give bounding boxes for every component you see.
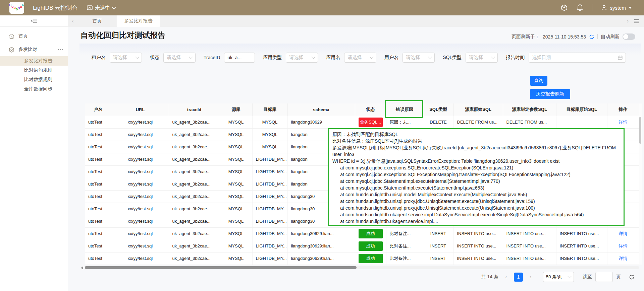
sidebar-item-home[interactable]: 首页 xyxy=(0,29,68,43)
filter-group: 用户名请选择 xyxy=(384,53,435,63)
chevron-down-icon xyxy=(428,55,432,59)
query-button[interactable]: 查询 xyxy=(530,76,547,86)
cell-text: uk_agent_3b2cae... xyxy=(172,256,211,261)
cell-text: xx/yy/test.sql xyxy=(128,194,153,199)
cell-text: liangdong30629:lian... xyxy=(291,231,334,236)
column-header[interactable]: 户名 xyxy=(85,103,112,116)
cell-text: utoTest xyxy=(88,231,102,236)
history-report-refresh-button[interactable]: 历史报告刷新 xyxy=(530,89,570,99)
tab-0[interactable]: 首页 xyxy=(77,15,117,27)
tab-bar: ‹ 首页多发比对报告 › xyxy=(68,15,644,27)
filter-select[interactable]: 请选择 xyxy=(344,53,376,63)
filter-select[interactable]: 请选择 xyxy=(286,53,318,63)
cell-text: utoTest xyxy=(88,132,102,137)
next-page-icon[interactable]: › xyxy=(526,273,535,281)
cell-text: utoTest xyxy=(88,219,102,224)
column-header[interactable]: 目标库原始SQL xyxy=(556,103,607,116)
column-header[interactable]: URL xyxy=(112,103,169,116)
cell-dst: LIGHTDB_MY... xyxy=(252,203,287,215)
filter-select[interactable]: 请选择 xyxy=(163,53,196,63)
cell-src: MYSQL xyxy=(220,165,252,178)
column-header[interactable]: 源库绑定参数SQL xyxy=(503,103,556,116)
more-dots-icon[interactable] xyxy=(58,49,63,50)
refresh-icon[interactable] xyxy=(589,34,594,40)
column-header[interactable]: 操作 xyxy=(607,103,639,116)
cell-text: MYSQL xyxy=(228,169,244,174)
sidebar-subitem-1[interactable]: 比对语句规则 xyxy=(0,66,68,75)
cell-text: INSERT INTO use... xyxy=(457,243,496,248)
auto-refresh-label: 自动刷新 xyxy=(601,34,620,40)
pagination: 共 14 条 ‹ 1 › 50 条/页 跳至 页 xyxy=(481,272,635,282)
tabs-scroll-left-icon[interactable]: ‹ xyxy=(68,15,77,27)
traceid-input[interactable] xyxy=(224,53,255,63)
sidebar-subitem-3[interactable]: 全库数据同步 xyxy=(0,84,68,94)
column-header[interactable]: 目标库 xyxy=(252,103,287,116)
auto-refresh-toggle[interactable] xyxy=(623,33,635,40)
jump-to-page-input[interactable] xyxy=(595,272,613,282)
total-count: 共 14 条 xyxy=(481,274,498,280)
filter-select[interactable]: 请选择 xyxy=(402,53,435,63)
filter-select[interactable]: 请选择 xyxy=(110,53,142,63)
table-row: utoTestxx/yy/test.sqluk_agent_3b2cae...M… xyxy=(85,227,639,240)
cell-text: xx/yy/test.sql xyxy=(128,219,153,224)
column-header[interactable]: 错误原因 xyxy=(386,103,423,116)
cell-text: xx/yy/test.sql xyxy=(128,181,153,187)
tab-label: 多发比对报告 xyxy=(124,18,153,24)
current-page-button[interactable]: 1 xyxy=(514,273,523,282)
prev-page-icon[interactable]: ‹ xyxy=(502,273,511,281)
cell-text: INSERT INTO use... xyxy=(506,256,546,261)
tabs-scroll-right-icon[interactable]: › xyxy=(627,18,629,24)
filter-select[interactable]: 请选择 xyxy=(466,53,498,63)
sidebar-subitem-2[interactable]: 比对数据规则 xyxy=(0,75,68,84)
cell-text: DELETE FROM us... xyxy=(506,120,547,125)
cell-trace: uk_agent_3b2cae... xyxy=(169,116,220,128)
home-icon xyxy=(9,33,14,39)
collapse-sidebar-icon[interactable] xyxy=(31,18,37,24)
env-selector[interactable]: 未选中 xyxy=(87,5,115,11)
detail-link[interactable]: 详情 xyxy=(619,120,628,125)
hscroll-left-arrow-icon[interactable] xyxy=(81,266,83,270)
status-badge: 业务SQL... xyxy=(359,118,383,127)
table-vertical-scrollbar[interactable] xyxy=(639,103,642,265)
cell-text: DELETE xyxy=(430,120,447,125)
cell-src: MYSQL xyxy=(220,141,252,153)
cell-url: xx/yy/test.sql xyxy=(112,240,169,252)
cell-text: utoTest xyxy=(88,256,102,261)
status-badge: 成功 xyxy=(359,254,383,263)
user-menu[interactable]: system xyxy=(601,5,632,11)
user-name: system xyxy=(610,5,626,11)
column-header[interactable]: 状态 xyxy=(355,103,386,116)
detail-link[interactable]: 详情 xyxy=(619,256,628,261)
cell-text: xx/yy/test.sql xyxy=(128,169,153,174)
table-horizontal-scrollbar[interactable] xyxy=(85,266,639,269)
cell-text: LIGHTDB_MY... xyxy=(256,169,287,174)
column-header[interactable]: schema xyxy=(287,103,355,116)
detail-link[interactable]: 详情 xyxy=(619,243,628,248)
detail-link[interactable]: 详情 xyxy=(619,231,628,236)
column-header[interactable]: 源库原始SQL xyxy=(453,103,503,116)
filter-label: TraceID xyxy=(204,55,220,60)
sidebar-subitem-0[interactable]: 多发比对报告 xyxy=(0,56,68,66)
page-size-select[interactable]: 50 条/页 xyxy=(543,272,574,282)
cell-dst: LIGHTDB_MY... xyxy=(252,190,287,203)
filter-group: 租户名请选择 xyxy=(92,53,142,63)
column-header[interactable]: traceId xyxy=(169,103,220,116)
report-time-date-picker[interactable]: 选择日期 xyxy=(529,53,626,63)
cell-dstsql xyxy=(556,116,607,128)
table-row: utoTestxx/yy/test.sqluk_agent_3b2cae...M… xyxy=(85,240,639,252)
cell-text: LIGHTDB_MY... xyxy=(256,231,287,236)
tab-menu-icon[interactable] xyxy=(634,19,639,23)
sidebar-group-multiplex-compare[interactable]: 多发比对 xyxy=(0,43,68,56)
cell-text: INSERT INTO use... xyxy=(560,231,599,236)
cell-action: 详情 xyxy=(607,116,639,128)
column-header[interactable]: SQL类型 xyxy=(423,103,453,116)
pagination-refresh-icon[interactable] xyxy=(629,274,635,280)
placeholder-text: 请选择 xyxy=(406,55,420,61)
apps-cube-icon[interactable] xyxy=(560,4,568,11)
notification-bell-icon[interactable] xyxy=(577,4,583,11)
tab-1[interactable]: 多发比对报告 xyxy=(117,15,160,27)
cell-trace: uk_agent_3b2cae... xyxy=(169,178,220,190)
cell-text: MYSQL xyxy=(262,132,278,137)
cell-text: MYSQL xyxy=(228,120,244,125)
column-header[interactable]: 源库 xyxy=(220,103,252,116)
